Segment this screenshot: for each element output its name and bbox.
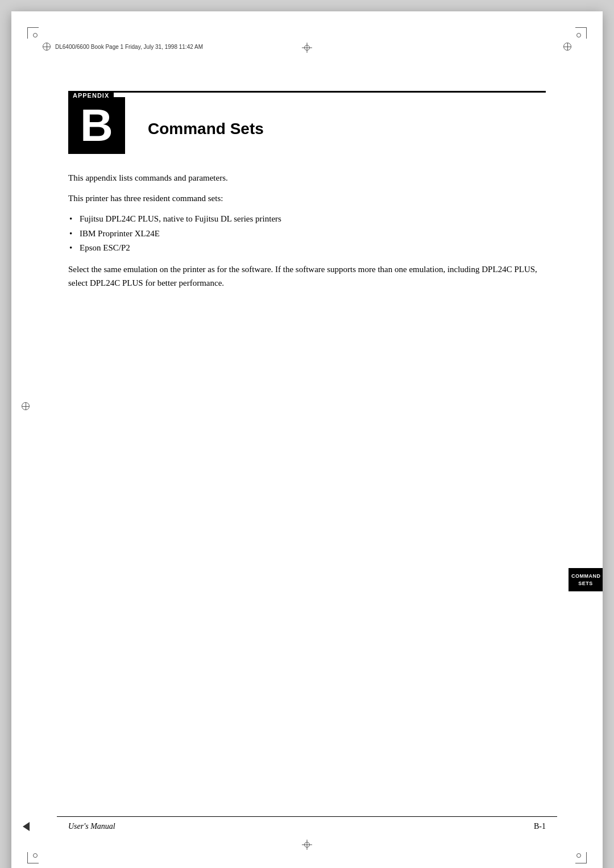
side-tab-line1: COMMAND [571, 573, 601, 579]
footer-line [57, 816, 557, 817]
appendix-header: APPENDIX B Command Sets [68, 91, 546, 154]
reg-dot-bottom-right [576, 853, 581, 858]
bottom-crosshair [302, 840, 312, 850]
left-arrow-decoration [23, 822, 30, 831]
left-binding-marks [22, 402, 30, 411]
footer-manual-label: User's Manual [68, 822, 115, 831]
appendix-letter-box: B [68, 97, 125, 154]
bullet-item-2: IBM Proprinter XL24E [68, 227, 546, 241]
body-section: This appendix lists commands and paramet… [68, 171, 546, 290]
appendix-body-row: B Command Sets [68, 97, 546, 154]
reg-dot-top-left [33, 33, 38, 37]
header-left: DL6400/6600 Book Page 1 Friday, July 31,… [43, 43, 203, 51]
side-tab-command-sets: COMMAND SETS [569, 568, 603, 591]
appendix-label: APPENDIX [68, 91, 114, 101]
paragraph-2: This printer has three resident command … [68, 191, 546, 205]
main-content: APPENDIX B Command Sets This appendix li… [68, 91, 546, 800]
footer: User's Manual B-1 [68, 822, 546, 831]
bullet-list: Fujitsu DPL24C PLUS, native to Fujitsu D… [68, 212, 546, 256]
crop-mark-tl [27, 27, 39, 39]
top-header: DL6400/6600 Book Page 1 Friday, July 31,… [43, 43, 571, 51]
header-text: DL6400/6600 Book Page 1 Friday, July 31,… [55, 44, 203, 50]
bullet-item-1: Fujitsu DPL24C PLUS, native to Fujitsu D… [68, 212, 546, 227]
footer-page-number: B-1 [534, 822, 546, 831]
paragraph-1: This appendix lists commands and paramet… [68, 171, 546, 185]
reg-dot-top-right [576, 33, 581, 37]
closing-paragraph: Select the same emulation on the printer… [68, 262, 546, 290]
side-tab-line2: SETS [578, 581, 593, 586]
page-title: Command Sets [148, 120, 264, 138]
page: DL6400/6600 Book Page 1 Friday, July 31,… [11, 11, 603, 868]
reg-dot-bottom-left [33, 853, 38, 858]
appendix-title-area: Command Sets [148, 97, 264, 138]
appendix-letter: B [80, 99, 113, 152]
bullet-item-3: Epson ESC/P2 [68, 241, 546, 256]
